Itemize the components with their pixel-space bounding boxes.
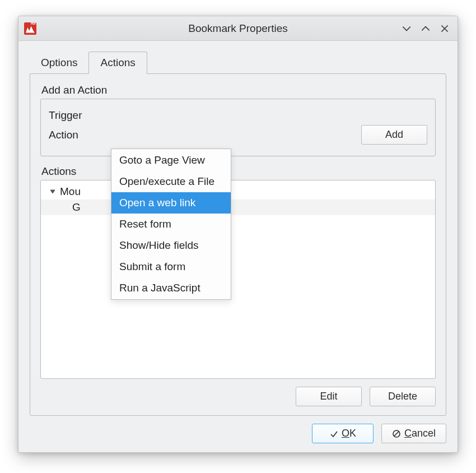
dialog-window: Bookmark Properties Options Actions <box>18 16 458 453</box>
minimize-button[interactable] <box>402 24 412 34</box>
tree-child-row[interactable]: G <box>41 200 435 215</box>
dropdown-item[interactable]: Run a JavaScript <box>111 277 231 299</box>
dropdown-item[interactable]: Show/Hide fields <box>111 235 231 256</box>
expand-toggle-icon[interactable] <box>49 188 57 196</box>
add-action-frame: Trigger Action Add <box>40 99 436 156</box>
svg-marker-2 <box>50 190 55 193</box>
action-dropdown-popup[interactable]: Goto a Page ViewOpen/execute a FileOpen … <box>111 149 231 300</box>
dialog-button-row: OK Cancel <box>30 416 446 443</box>
client-area: Options Actions Add an Action Trigger Ac… <box>18 41 458 452</box>
ok-button-mnemonic: O <box>342 428 349 439</box>
cancel-button-mnemonic: C <box>404 428 412 439</box>
list-action-buttons: Edit Delete <box>40 387 436 406</box>
check-icon <box>329 429 338 438</box>
tab-options[interactable]: Options <box>30 52 88 73</box>
tree-child-label: G <box>72 201 81 214</box>
trigger-label: Trigger <box>49 109 90 122</box>
svg-line-4 <box>394 432 399 436</box>
cancel-button[interactable]: Cancel <box>381 424 446 443</box>
ok-button[interactable]: OK <box>312 424 374 443</box>
prohibit-icon <box>392 429 401 438</box>
ok-button-rest: K <box>349 428 356 439</box>
tree-root-label: Mou <box>60 186 81 198</box>
dropdown-item[interactable]: Reset form <box>111 214 231 235</box>
actions-list-title: Actions <box>41 165 436 178</box>
close-button[interactable] <box>440 24 450 34</box>
app-icon <box>24 22 36 35</box>
maximize-button[interactable] <box>421 24 431 34</box>
cancel-button-rest: ancel <box>412 428 436 439</box>
titlebar: Bookmark Properties <box>18 16 458 41</box>
window-controls <box>402 24 453 34</box>
dropdown-item[interactable]: Goto a Page View <box>111 150 231 171</box>
window-title: Bookmark Properties <box>18 22 458 35</box>
tab-actions[interactable]: Actions <box>88 52 147 74</box>
action-label: Action <box>49 129 90 141</box>
dropdown-item[interactable]: Open/execute a File <box>111 171 231 192</box>
edit-button[interactable]: Edit <box>296 387 362 406</box>
tab-page-actions: Add an Action Trigger Action Add Actions <box>30 73 446 416</box>
tree-root-row[interactable]: Mou <box>41 184 435 200</box>
tab-strip: Options Actions <box>30 51 446 73</box>
actions-tree[interactable]: Mou G <box>40 180 436 379</box>
add-action-title: Add an Action <box>41 84 436 96</box>
add-button[interactable]: Add <box>361 125 427 145</box>
dropdown-item[interactable]: Submit a form <box>111 256 231 277</box>
dropdown-item[interactable]: Open a web link <box>111 192 231 214</box>
delete-button[interactable]: Delete <box>370 387 436 406</box>
